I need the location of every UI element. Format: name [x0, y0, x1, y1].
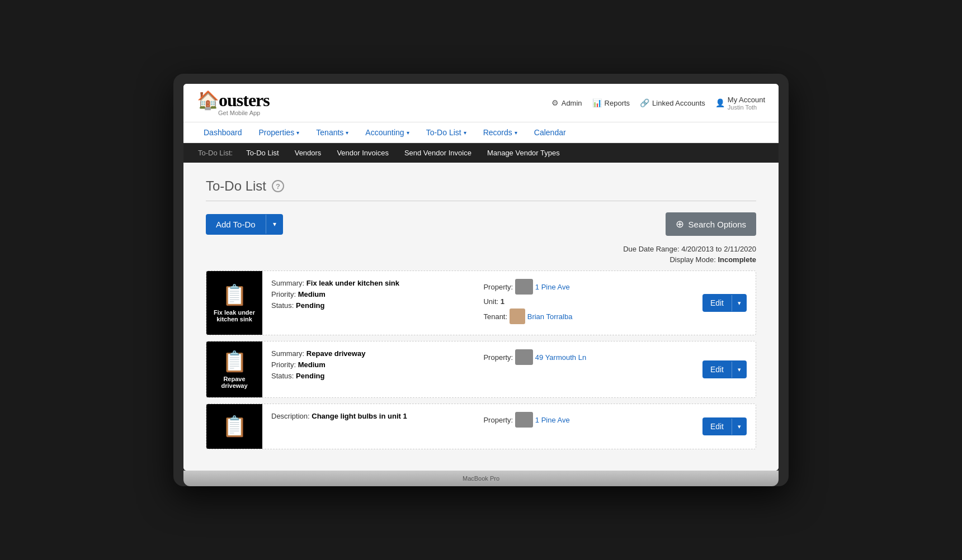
- todo-summary-value-2: Repave driveway: [306, 349, 366, 358]
- table-row: 📋 Fix leak under kitchen sink Summary: F…: [206, 270, 756, 335]
- user-icon: 👤: [715, 98, 725, 107]
- todo-priority-value-1: Medium: [298, 290, 326, 298]
- my-account-link[interactable]: 👤 My Account Justin Toth: [715, 96, 765, 111]
- todo-actions-1: Edit ▾: [694, 271, 756, 335]
- nav-tenants[interactable]: Tenants ▾: [309, 122, 355, 143]
- todo-info-1: Summary: Fix leak under kitchen sink Pri…: [271, 279, 472, 327]
- todo-description-3: Description: Change light bulbs in unit …: [271, 412, 472, 420]
- edit-dropdown-arrow-1[interactable]: ▾: [732, 295, 747, 311]
- property-link-2[interactable]: 49 Yarmouth Ln: [535, 353, 586, 362]
- todo-meta-1: Property: 1 Pine Ave Unit: 1 Tenant:: [483, 279, 684, 327]
- todo-actions-2: Edit ▾: [694, 341, 756, 397]
- todo-actions-3: Edit ▾: [694, 404, 756, 449]
- todo-info-3: Description: Change light bulbs in unit …: [271, 412, 472, 441]
- toolbar-row: Add To-Do ▾ ⊕ Search Options: [206, 212, 756, 236]
- nav-dashboard[interactable]: Dashboard: [197, 122, 249, 143]
- tenant-thumbnail-1: [510, 309, 525, 324]
- todo-status-1: Status: Pending: [271, 301, 472, 310]
- todo-property-1: Property: 1 Pine Ave: [483, 279, 684, 295]
- laptop-base: MacBook Pro: [183, 471, 779, 486]
- add-todo-button[interactable]: Add To-Do ▾: [206, 214, 283, 235]
- todo-property-3: Property: 1 Pine Ave: [483, 412, 684, 428]
- todo-meta-3: Property: 1 Pine Ave: [483, 412, 684, 441]
- subnav-vendors[interactable]: Vendors: [287, 143, 329, 163]
- todo-thumbnail-3: 📋: [206, 404, 262, 449]
- linked-accounts-link[interactable]: 🔗 Linked Accounts: [640, 98, 705, 107]
- subnav-vendor-invoices[interactable]: Vendor Invoices: [329, 143, 397, 163]
- edit-label-3: Edit: [702, 417, 732, 435]
- todo-description-value-3: Change light bulbs in unit 1: [312, 412, 407, 420]
- sub-nav-label: To-Do List:: [192, 143, 238, 163]
- property-link-1[interactable]: 1 Pine Ave: [535, 283, 570, 291]
- edit-button-1[interactable]: Edit ▾: [702, 294, 747, 312]
- todo-details-3: Description: Change light bulbs in unit …: [262, 404, 694, 449]
- edit-dropdown-arrow-2[interactable]: ▾: [732, 362, 747, 378]
- edit-label-1: Edit: [702, 294, 732, 312]
- todo-info-2: Summary: Repave driveway Priority: Mediu…: [271, 349, 472, 390]
- todo-status-value-2: Pending: [296, 372, 324, 380]
- main-nav: Dashboard Properties ▾ Tenants ▾ Account…: [183, 122, 779, 143]
- clipboard-icon: 📋: [222, 415, 247, 438]
- admin-link[interactable]: ⚙ Admin: [551, 98, 582, 107]
- edit-button-3[interactable]: Edit ▾: [702, 417, 747, 435]
- nav-accounting[interactable]: Accounting ▾: [359, 122, 416, 143]
- chevron-down-icon: ▾: [296, 130, 299, 136]
- get-mobile-app[interactable]: Get Mobile App: [197, 110, 260, 116]
- add-todo-label: Add To-Do: [206, 214, 266, 235]
- logo[interactable]: 🏠ousters: [197, 89, 270, 111]
- subnav-manage-vendor-types[interactable]: Manage Vendor Types: [479, 143, 568, 163]
- title-divider: [206, 201, 756, 201]
- edit-dropdown-arrow-3[interactable]: ▾: [732, 419, 747, 435]
- display-mode-text: Display Mode: Incomplete: [206, 255, 756, 264]
- todo-meta-2: Property: 49 Yarmouth Ln: [483, 349, 684, 390]
- property-thumbnail-2: [515, 349, 533, 365]
- todo-status-2: Status: Pending: [271, 372, 472, 380]
- table-row: 📋 Description: Change light bulbs in uni…: [206, 404, 756, 449]
- chevron-down-icon: ▾: [346, 130, 348, 136]
- tenant-link-1[interactable]: Brian Torralba: [527, 312, 573, 321]
- plus-icon: ⊕: [676, 218, 684, 230]
- todo-summary-value-1: Fix leak under kitchen sink: [306, 279, 399, 287]
- todo-priority-value-2: Medium: [298, 360, 326, 369]
- nav-todo-list[interactable]: To-Do List ▾: [419, 122, 473, 143]
- nav-records[interactable]: Records ▾: [477, 122, 524, 143]
- todo-priority-1: Priority: Medium: [271, 290, 472, 298]
- date-range-text: Due Date Range: 4/20/2013 to 2/11/2020: [206, 245, 756, 253]
- clipboard-icon: 📋: [222, 283, 247, 307]
- nav-calendar[interactable]: Calendar: [527, 122, 573, 143]
- reports-icon: 📊: [592, 98, 602, 107]
- property-thumbnail-3: [515, 412, 533, 428]
- help-icon[interactable]: ?: [272, 180, 284, 192]
- edit-button-2[interactable]: Edit ▾: [702, 360, 747, 378]
- main-content: To-Do List ? Add To-Do ▾ ⊕ Search Option…: [183, 163, 779, 471]
- add-todo-dropdown-arrow[interactable]: ▾: [266, 215, 283, 234]
- search-options-button[interactable]: ⊕ Search Options: [666, 212, 756, 236]
- subnav-send-vendor-invoice[interactable]: Send Vendor Invoice: [397, 143, 479, 163]
- todo-tenant-1: Tenant: Brian Torralba: [483, 309, 684, 324]
- todo-priority-2: Priority: Medium: [271, 360, 472, 369]
- todo-unit-1: Unit: 1: [483, 297, 684, 306]
- logo-area: 🏠ousters Get Mobile App: [197, 89, 270, 116]
- todo-property-2: Property: 49 Yarmouth Ln: [483, 349, 684, 365]
- todo-summary-2: Summary: Repave driveway: [271, 349, 472, 358]
- todo-status-value-1: Pending: [296, 301, 324, 310]
- property-link-3[interactable]: 1 Pine Ave: [535, 416, 570, 424]
- search-options-label: Search Options: [689, 220, 746, 229]
- chevron-down-icon: ▾: [515, 130, 517, 136]
- todo-thumb-label-1: Fix leak under kitchen sink: [211, 309, 258, 322]
- todo-details-2: Summary: Repave driveway Priority: Mediu…: [262, 341, 694, 397]
- clipboard-icon: 📋: [222, 350, 247, 373]
- chevron-down-icon: ▾: [464, 130, 466, 136]
- todo-thumbnail-1: 📋 Fix leak under kitchen sink: [206, 271, 262, 335]
- todo-summary-1: Summary: Fix leak under kitchen sink: [271, 279, 472, 287]
- filter-info: Due Date Range: 4/20/2013 to 2/11/2020 D…: [206, 245, 756, 264]
- reports-link[interactable]: 📊 Reports: [592, 98, 630, 107]
- subnav-todo-list[interactable]: To-Do List: [238, 143, 287, 163]
- todo-list: 📋 Fix leak under kitchen sink Summary: F…: [206, 270, 756, 449]
- todo-thumb-label-2: Repave driveway: [211, 376, 258, 389]
- todo-thumbnail-2: 📋 Repave driveway: [206, 341, 262, 397]
- top-actions: ⚙ Admin 📊 Reports 🔗 Linked Accounts 👤 My…: [551, 96, 765, 111]
- nav-properties[interactable]: Properties ▾: [252, 122, 306, 143]
- edit-label-2: Edit: [702, 360, 732, 378]
- sub-nav: To-Do List: To-Do List Vendors Vendor In…: [183, 143, 779, 163]
